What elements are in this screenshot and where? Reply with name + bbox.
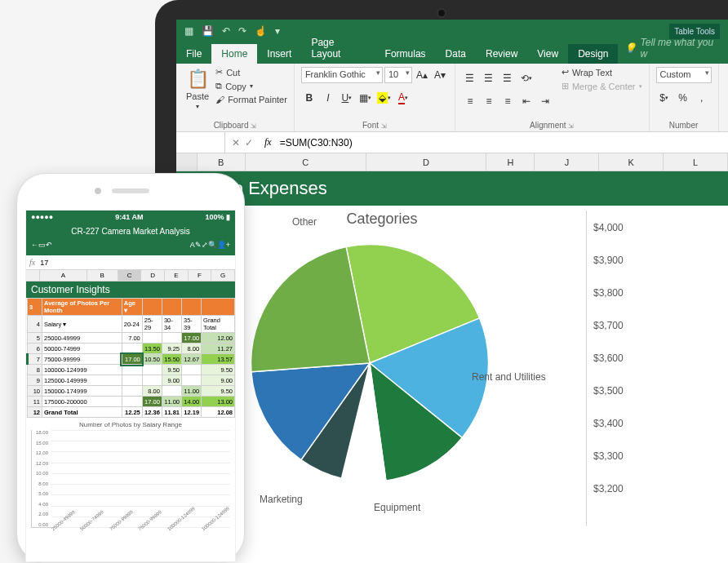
paste-button[interactable]: 📋 Paste▾ [183,67,212,112]
fx-icon[interactable]: fx [260,136,277,149]
cancel-formula-icon[interactable]: ✕ [232,137,240,149]
merge-center-button[interactable]: ⊞Merge & Center▾ [562,81,642,91]
tab-formulas[interactable]: Formulas [375,44,436,64]
phone-col-header[interactable]: F [189,270,212,281]
font-color-button[interactable]: A▾ [395,90,411,106]
back-icon[interactable]: ← [31,241,38,249]
format-painter-button[interactable]: 🖌Format Painter [215,95,287,104]
italic-button[interactable]: I [320,90,336,106]
phone-col-header[interactable]: C [118,270,142,281]
pivot-row[interactable]: 9125000-1499999.009.00 [28,375,235,386]
col-k[interactable]: K [599,153,664,171]
yaxis-tick: $3,200 [593,483,635,494]
undo-icon[interactable]: ↶ [46,241,52,249]
phone-col-header[interactable]: E [165,270,189,281]
phone-col-header[interactable]: A [40,270,87,281]
pie-chart[interactable]: Categories OtherTaxesTravelFreelancersMa… [186,211,578,526]
align-top-icon[interactable]: ☰ [462,70,478,86]
increase-indent-icon[interactable]: ⇥ [537,93,553,109]
decrease-font-icon[interactable]: A▾ [432,67,448,83]
phone-app-header: CR-227 Camera Market Analysis ← ▭ ↶ A✎ ⤢… [26,224,235,255]
currency-button[interactable]: $▾ [656,90,673,106]
percent-button[interactable]: % [675,90,691,106]
tab-page-layout[interactable]: Page Layout [301,33,375,64]
comma-button[interactable]: , [694,90,710,106]
col-j[interactable]: J [535,153,599,171]
col-l[interactable]: L [664,153,728,171]
phone-chart-title: Number of Photos by Salary Range [31,421,230,428]
worksheet-area[interactable]: Categories OtherTaxesTravelFreelancersMa… [176,206,728,526]
pivot-row[interactable]: 775000-9999917.0010.5015.5012.6713.57 [28,354,235,365]
fill-color-button[interactable]: ⬙▾ [376,90,393,106]
qat-dropdown-icon[interactable]: ▾ [275,25,280,37]
font-name-combo[interactable]: Franklin Gothic [301,67,383,83]
bulb-icon: 💡 [624,42,637,54]
pivot-row[interactable]: 525000-499997.0017.0012.00 [28,333,235,344]
pivot-row[interactable]: 10150000-1749998.0011.009.50 [28,386,235,397]
tab-data[interactable]: Data [436,44,476,64]
file-icon[interactable]: ▭ [38,241,46,249]
tell-me-search[interactable]: 💡Tell me what you w [618,33,728,64]
border-button[interactable]: ▦▾ [357,90,374,106]
pivot-table[interactable]: 3 Average of Photos Per Month Age ▾4Sala… [26,298,235,418]
formula-input[interactable] [277,137,728,149]
wrap-text-button[interactable]: ↩Wrap Text [562,67,642,78]
col-h[interactable]: H [486,153,535,171]
pivot-row[interactable]: 8100000-1249999.509.50 [28,365,235,375]
tab-design[interactable]: Design [568,44,618,64]
number-group-label: Number [656,121,712,130]
cut-button[interactable]: ✂Cut [215,67,287,78]
phone-bar-chart[interactable]: Number of Photos by Salary Range 18.0015… [26,418,235,533]
pivot-row[interactable]: 11175000-20000017.0011.0014.0013.00 [28,397,235,407]
increase-font-icon[interactable]: A▴ [414,67,430,83]
edit-pen-icon[interactable]: A✎ [190,241,202,249]
redo-icon[interactable]: ↷ [238,25,246,37]
align-left-icon[interactable]: ≡ [462,93,478,109]
orientation-icon[interactable]: ⟲▾ [518,70,535,86]
yaxis-tick: $3,600 [593,352,635,364]
col-b[interactable]: B [198,153,246,171]
pivot-row[interactable]: 12Grand Total12.2512.3611.8112.1912.08 [28,407,235,418]
tab-view[interactable]: View [527,44,568,64]
save-icon[interactable]: 💾 [202,25,214,37]
select-all-corner[interactable] [176,153,198,171]
decrease-indent-icon[interactable]: ⇤ [518,93,535,109]
phone-camera [95,188,101,194]
tab-review[interactable]: Review [476,44,527,64]
phone-search-icon[interactable]: 🔍 [208,241,217,249]
ribbon-group-font: Franklin Gothic 10 A▴ A▾ B I U▾ ▦▾ ⬙▾ A▾… [295,64,455,131]
enter-formula-icon[interactable]: ✓ [245,137,253,149]
name-box[interactable] [176,132,225,153]
phone-col-header[interactable]: G [211,270,235,281]
col-c[interactable]: C [246,153,366,171]
bold-button[interactable]: B [301,90,317,106]
underline-button[interactable]: U▾ [339,90,355,106]
phone-col-header[interactable]: B [87,270,118,281]
tab-file[interactable]: File [176,44,211,64]
phone-col-header[interactable] [26,270,40,281]
font-size-combo[interactable]: 10 [384,67,412,83]
phone-fx-icon[interactable]: fx [29,258,35,267]
phone-formula-value[interactable]: 17 [40,259,48,267]
excel-desktop-window: ▦ 💾 ↶ ↷ ☝ ▾ Table Tools File Home Insert… [176,20,728,563]
share-icon[interactable]: 👤+ [217,241,230,249]
align-center-icon[interactable]: ≡ [481,93,497,109]
align-middle-icon[interactable]: ☰ [481,70,497,86]
align-bottom-icon[interactable]: ☰ [499,70,516,86]
number-format-combo[interactable]: Custom [656,67,712,83]
touch-mode-icon[interactable]: ☝ [255,25,267,37]
pie-label: Rent and Utilities [472,371,546,383]
expand-icon[interactable]: ⤢ [202,241,208,249]
pivot-row[interactable]: 650000-7499913.509.258.0011.27 [28,344,235,354]
yaxis-tick: $3,500 [593,385,635,397]
tab-home[interactable]: Home [211,44,257,64]
phone-col-header[interactable]: D [141,270,165,281]
excel-app-icon: ▦ [184,25,193,37]
undo-icon[interactable]: ↶ [222,25,230,37]
copy-button[interactable]: ⧉Copy▾ [215,81,287,91]
pivot-header-row: 3 Average of Photos Per Month Age ▾ [28,299,235,316]
col-d[interactable]: D [366,153,487,171]
align-right-icon[interactable]: ≡ [499,93,516,109]
phone-speaker [112,188,149,193]
tab-insert[interactable]: Insert [257,44,301,64]
